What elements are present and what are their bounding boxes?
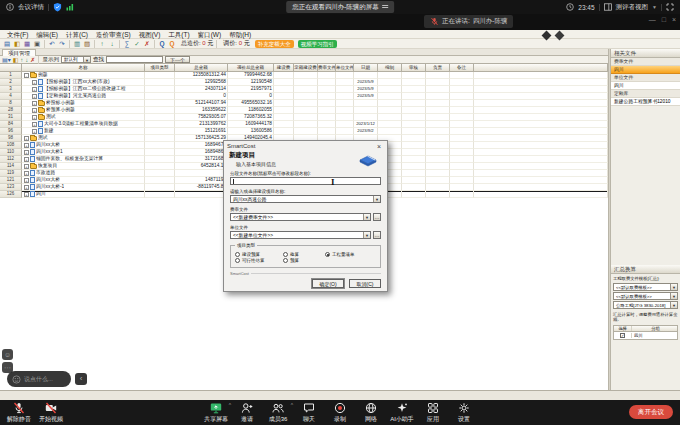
- expand-toggle-icon[interactable]: +: [32, 122, 37, 127]
- chevron-up-icon[interactable]: ^: [291, 402, 293, 408]
- leave-meeting-button[interactable]: 离开会议: [629, 405, 673, 419]
- column-header[interactable]: 建设费: [274, 64, 294, 72]
- chevron-up-icon[interactable]: ^: [229, 402, 231, 408]
- show-columns-select[interactable]: 默认列▼: [61, 56, 91, 63]
- watching-banner[interactable]: 您正在观看四川办-陈骥的屏幕: [286, 1, 394, 13]
- expand-toggle-icon[interactable]: +: [24, 185, 29, 190]
- delete-icon[interactable]: ✗: [30, 56, 35, 64]
- paste-icon[interactable]: ▨: [83, 39, 91, 48]
- video-tutorial-button[interactable]: 视频学习指引: [298, 40, 337, 48]
- column-header[interactable]: 项目类型: [145, 64, 175, 72]
- open-icon[interactable]: ◧: [13, 39, 21, 48]
- column-header[interactable]: 调价后总金额: [228, 64, 274, 72]
- dialog-title-bar[interactable]: SmartCost ×: [224, 141, 387, 151]
- column-header[interactable]: 费率文件: [318, 64, 336, 72]
- ok-button[interactable]: 确定(O): [312, 279, 344, 288]
- expand-toggle-icon[interactable]: +: [24, 171, 29, 176]
- expand-toggle-icon[interactable]: +: [32, 129, 37, 134]
- meeting-action-apps[interactable]: 应用: [420, 402, 446, 424]
- move-down-icon[interactable]: ↓: [25, 56, 28, 64]
- redo-icon[interactable]: ↷: [58, 39, 66, 48]
- meeting-action-network[interactable]: 网络: [358, 402, 384, 424]
- meeting-action-mic-muted[interactable]: 解除静音: [6, 402, 32, 424]
- security-shield-icon[interactable]: [53, 2, 62, 12]
- expand-toggle-icon[interactable]: +: [24, 164, 29, 169]
- column-header[interactable]: 编制: [378, 64, 402, 72]
- minimize-button[interactable]: —: [649, 16, 656, 23]
- related-file-item[interactable]: 四川: [611, 82, 680, 90]
- column-header[interactable]: 单位文件: [336, 64, 354, 72]
- quota-query-icon[interactable]: Q: [168, 39, 176, 48]
- meeting-action-invite[interactable]: 邀请: [234, 402, 260, 424]
- new-document-icon[interactable]: ▤: [3, 39, 11, 48]
- related-file-item[interactable]: 四川: [611, 66, 680, 74]
- radio-budget[interactable]: 预算: [283, 258, 325, 263]
- info-icon[interactable]: [6, 3, 14, 11]
- save-icon[interactable]: ▦: [23, 39, 31, 48]
- find-next-button[interactable]: 下一个: [165, 56, 190, 63]
- meeting-action-members[interactable]: ^成员36: [265, 402, 291, 424]
- expand-toggle-icon[interactable]: +: [32, 108, 37, 113]
- table-row[interactable]: 8+桥投标小例题512144107.94495565032.16: [0, 100, 608, 107]
- view-mode-label[interactable]: 测评者视图: [616, 3, 649, 12]
- menu-calculate[interactable]: 计算(C): [62, 30, 92, 39]
- table-row[interactable]: 28+桥预算小例题163359622118602055: [0, 107, 608, 114]
- column-header[interactable]: 备注: [450, 64, 474, 72]
- meeting-action-share-screen[interactable]: ^共享屏幕: [203, 402, 229, 424]
- rate-file-browse-button[interactable]: …: [373, 213, 381, 221]
- column-header[interactable]: 审核: [402, 64, 426, 72]
- table-row[interactable]: 3+【招标例题】江西xx二级公路改建工程24307114219579712023…: [0, 86, 608, 93]
- table-row[interactable]: 96+新建15121691136005862023/9/2: [0, 128, 608, 135]
- expand-toggle-icon[interactable]: -: [24, 73, 29, 78]
- move-up-icon[interactable]: ↑: [20, 56, 23, 64]
- print-icon[interactable]: ▣: [33, 39, 41, 48]
- table-row[interactable]: 4+【定额例题】河北某高速公路002023/5/9: [0, 93, 608, 100]
- table-row[interactable]: 84+大司令3.0清标工程量清单项目数据21313997621609444178…: [0, 121, 608, 128]
- radio-boq[interactable]: 工程量清单: [325, 252, 355, 257]
- expand-toggle-icon[interactable]: +: [24, 143, 29, 148]
- related-file-item[interactable]: 定额库: [611, 90, 680, 98]
- check-icon[interactable]: ✓: [133, 39, 141, 48]
- group-grid-row[interactable]: ✓四川: [614, 332, 677, 339]
- move-down-icon[interactable]: ↓: [108, 39, 116, 48]
- close-button[interactable]: ×: [672, 16, 676, 23]
- related-file-item[interactable]: 单位文件: [611, 74, 680, 82]
- meeting-action-settings[interactable]: 设置: [451, 402, 477, 424]
- delete-icon[interactable]: ✗: [143, 39, 151, 48]
- network-signal-icon[interactable]: [66, 3, 74, 11]
- cancel-button[interactable]: 取消(C): [349, 279, 381, 288]
- related-file-item[interactable]: 费率文件: [611, 58, 680, 66]
- expand-toggle-icon[interactable]: +: [32, 87, 37, 92]
- table-row[interactable]: 2+【投标例题】江西xx大桥(市政)12992568121905482023/5…: [0, 79, 608, 86]
- menu-help[interactable]: 帮助(H): [225, 30, 255, 39]
- fullscreen-icon[interactable]: [666, 3, 674, 11]
- chat-collapse-button[interactable]: ‹: [75, 373, 87, 385]
- meeting-action-camera-muted[interactable]: 开始视频: [38, 402, 64, 424]
- checkbox-icon[interactable]: ✓: [620, 333, 625, 338]
- fee-template-select[interactable]: <<默认取费模板>>▼: [613, 283, 678, 291]
- column-header[interactable]: 日期: [354, 64, 378, 72]
- undo-icon[interactable]: ↶: [48, 39, 56, 48]
- menu-edit[interactable]: 编辑(E): [32, 30, 62, 39]
- table-row[interactable]: 1-例题1235081312.4479994462.68: [0, 72, 608, 79]
- radio-construction-budget[interactable]: 建设预算: [235, 252, 283, 257]
- expand-toggle-icon[interactable]: +: [24, 150, 29, 155]
- meeting-details-label[interactable]: 会议详情: [18, 3, 44, 12]
- column-header[interactable]: 总金额: [175, 64, 228, 72]
- expand-toggle-icon[interactable]: +: [24, 136, 29, 141]
- menu-price-review[interactable]: 造价审查(S): [92, 30, 135, 39]
- rate-file-select[interactable]: <<新建费率文件>>▼: [230, 213, 371, 221]
- menu-view[interactable]: 视图(V): [135, 30, 165, 39]
- radio-estimate[interactable]: 概算: [283, 252, 325, 257]
- copy-icon[interactable]: ▥: [73, 39, 81, 48]
- expand-toggle-icon[interactable]: +: [32, 94, 37, 99]
- quick-chat-bubble[interactable]: 说点什么...: [7, 371, 71, 387]
- expand-toggle-icon[interactable]: +: [24, 192, 29, 197]
- find-input[interactable]: [106, 56, 163, 63]
- expand-toggle-icon[interactable]: +: [24, 178, 29, 183]
- menu-file[interactable]: 文件(F): [3, 30, 32, 39]
- move-up-icon[interactable]: ↑: [98, 39, 106, 48]
- project-name-select[interactable]: 四川xx高速公路▼: [230, 195, 381, 203]
- column-header[interactable]: 负责: [426, 64, 450, 72]
- related-file-item[interactable]: 新建公路工程预算书12010: [611, 98, 680, 106]
